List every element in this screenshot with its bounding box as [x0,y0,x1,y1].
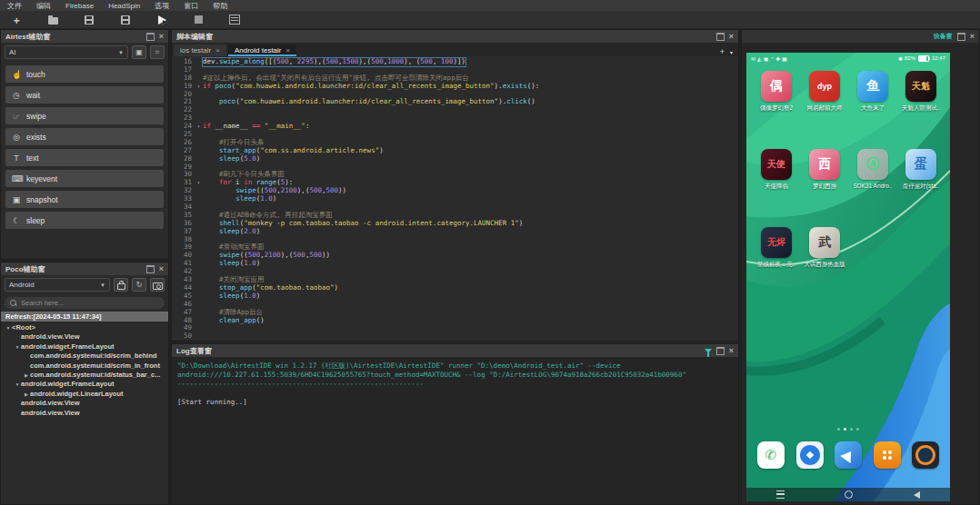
splitter-poco[interactable] [0,260,169,262]
splitter-left[interactable] [169,29,171,505]
phone-app-icon[interactable]: ✆ [757,441,785,469]
tab-close-icon[interactable]: × [215,46,220,54]
tools-app-icon[interactable] [874,441,901,469]
tree-node[interactable]: android.view.View [3,409,168,418]
poco-mode-dropdown[interactable]: Android ▼ [5,278,110,292]
log-view-button[interactable] [229,15,240,25]
code-line[interactable]: 24▾if __name__ == "__main__": [172,123,738,131]
tab-android-testair[interactable]: Android testair× [228,45,296,56]
tree-node[interactable]: com.android.systemui:id/scrim_in_front [3,361,168,371]
sleep-button[interactable]: ☾sleep [5,212,164,229]
code-line[interactable]: 28 sleep(5.0) [172,155,738,163]
menu-item-Firebase[interactable]: Firebase [65,2,94,10]
code-line[interactable]: 41 sleep(1.0) [172,260,738,268]
code-line[interactable]: 21 poco("com.huawei.android.launcher:id/… [172,98,738,106]
code-line[interactable]: 48 clean_app() [172,317,738,325]
fold-icon[interactable]: ▾ [195,123,203,131]
record-button[interactable]: ⌗ [150,45,165,59]
snapshot-button[interactable]: ▣snapshot [5,191,164,208]
page-dot[interactable] [844,428,846,431]
app-icon[interactable]: 西 [809,149,840,180]
tree-expand-icon[interactable]: ▶ [23,371,30,380]
device-screen[interactable]: ✉◭▣◔✚▦ ✱ 82% 12:47 偶偶像梦幻祭2dyp网易邮箱大师鱼大鱼来了… [746,53,950,501]
float-window-icon[interactable] [146,33,155,41]
poco-lock-button[interactable] [114,278,128,292]
poco-refresh-row[interactable]: Refresh:[2024-05-15 11:47:34] [1,312,168,322]
algorithm-dropdown[interactable]: AI ▼ [5,45,128,59]
filter-icon[interactable] [705,349,712,353]
splitter-right[interactable] [739,29,741,505]
close-icon[interactable]: × [159,266,164,272]
menu-item-HeadSpin[interactable]: HeadSpin [108,2,140,10]
code-line[interactable]: 22 [172,106,738,114]
code-line[interactable]: 45 sleep(1.0) [172,292,738,301]
browser-app-icon[interactable] [796,441,824,469]
menu-item-窗口[interactable]: 窗口 [184,1,198,11]
log-output[interactable]: "D:\Download\AirtestIDE win 1.2.17 (社区版)… [172,357,738,504]
tree-node[interactable]: ▶com.android.systemui:id/status_bar_c... [3,371,168,380]
poco-screenshot-button[interactable] [150,278,165,292]
keyevent-button[interactable]: ⌨keyevent [5,170,164,187]
tree-node[interactable]: android.view.View [3,332,168,342]
tree-expand-icon[interactable]: ▶ [23,390,30,399]
page-dot[interactable] [837,428,840,431]
menu-item-文件[interactable]: 文件 [7,1,22,11]
code-line[interactable]: 37 sleep(2.0) [172,228,738,236]
new-tab-button[interactable]: + [720,47,725,56]
splitter-log[interactable] [171,342,739,343]
app-icon[interactable]: 蛋 [905,149,936,180]
tree-node[interactable]: ▼android.widget.FrameLayout [3,342,168,352]
code-line[interactable]: 16dev.swipe_along([(500, 2295),(500,1500… [172,58,738,66]
menu-item-帮助[interactable]: 帮助 [213,1,227,11]
tab-close-icon[interactable]: × [286,46,291,54]
home-nav-icon[interactable] [845,490,853,499]
code-line[interactable]: 50 [172,332,738,341]
tree-expand-icon[interactable]: ▼ [14,342,21,352]
page-dot[interactable] [850,428,853,431]
app-icon[interactable]: 无烬 [761,227,792,258]
close-icon[interactable]: × [729,348,734,353]
poco-search-input[interactable]: Search here... [5,297,165,309]
app-icon[interactable]: Ⓐ [857,149,888,180]
touch-button[interactable]: ☝touch [5,65,164,83]
page-dot[interactable] [856,428,859,431]
code-line[interactable]: 19▾if poco("com.huawei.android.launcher:… [172,83,738,91]
menu-nav-icon[interactable] [776,490,785,499]
back-nav-icon[interactable] [914,491,920,499]
app-icon[interactable]: 鱼 [857,71,888,102]
tab-ios-testair[interactable]: ios testair× [174,45,226,56]
new-file-button[interactable]: ＋ [11,15,22,25]
run-button[interactable]: ➤ [156,15,167,25]
menu-item-选项[interactable]: 选项 [155,1,169,11]
tab-list-dropdown-icon[interactable]: ▾ [730,49,733,55]
close-icon[interactable]: × [970,34,975,39]
float-window-icon[interactable] [957,33,965,41]
float-window-icon[interactable] [716,347,725,355]
app-icon[interactable]: 天魁 [905,71,936,102]
app-icon[interactable]: 武 [809,227,840,258]
close-icon[interactable]: × [159,34,164,39]
code-line[interactable]: 33 sleep(1.0) [172,195,738,203]
float-window-icon[interactable] [146,265,155,273]
fold-icon[interactable]: ▾ [195,179,203,187]
open-file-button[interactable] [47,15,58,25]
tree-node[interactable]: ▶android.widget.LinearLayout [3,390,168,399]
app-icon[interactable]: dyp [809,71,840,102]
fold-icon[interactable]: ▾ [195,83,203,91]
wait-button[interactable]: ◷wait [5,86,164,104]
code-editor[interactable]: 16dev.swipe_along([(500, 2295),(500,1500… [172,56,738,341]
text-button[interactable]: Ttext [5,149,164,166]
poco-refresh-button[interactable]: ↻ [132,278,146,292]
stop-button[interactable] [193,15,204,25]
tree-node[interactable]: ▼<Root> [3,323,168,332]
bird-app-icon[interactable] [835,441,862,469]
app-icon[interactable]: 偶 [761,71,792,102]
app-icon[interactable]: 天使 [761,149,792,180]
tree-node[interactable]: com.android.systemui:id/scrim_behind [3,352,168,361]
tree-node[interactable]: ▼android.widget.FrameLayout [3,380,168,389]
tree-expand-icon[interactable]: ▼ [5,323,12,332]
save-button[interactable] [84,15,95,25]
camera-app-icon[interactable] [912,441,939,469]
menu-item-编辑[interactable]: 编辑 [36,1,51,11]
swipe-button[interactable]: ☞swipe [5,107,164,124]
